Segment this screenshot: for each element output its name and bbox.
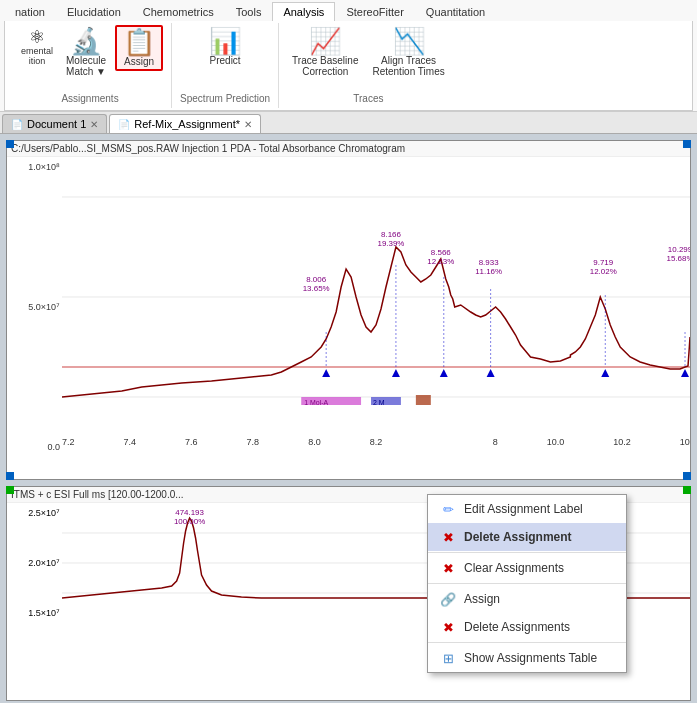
molecule-match-icon: 🔬 xyxy=(70,28,102,54)
molecule-match-btn[interactable]: 🔬 MoleculeMatch ▼ xyxy=(61,25,111,80)
ribbon-group-spectrum: 📊 Predict Spectrum Prediction xyxy=(172,23,279,108)
x-axis-1: 7.2 7.4 7.6 7.8 8.0 8.2 8.4 8 10.0 10.2 … xyxy=(62,437,690,457)
ribbon-tab-elucidation[interactable]: Elucidation xyxy=(56,2,132,21)
svg-text:11.16%: 11.16% xyxy=(475,267,502,276)
y-axis-2: 2.5×10⁷ 2.0×10⁷ 1.5×10⁷ xyxy=(7,503,62,623)
doc-tab-1-close[interactable]: ✕ xyxy=(90,119,98,130)
svg-text:474.193: 474.193 xyxy=(175,508,204,517)
svg-text:19.39%: 19.39% xyxy=(377,239,404,248)
predict-icon: 📊 xyxy=(209,28,241,54)
ribbon: nation Elucidation Chemometrics Tools An… xyxy=(0,0,697,112)
chrom-svg-1: 8.006 13.65% 8.166 19.39% 8.566 12.23% xyxy=(62,157,690,437)
svg-text:12.02%: 12.02% xyxy=(590,267,617,276)
corner-bl-1 xyxy=(6,472,14,480)
svg-text:8.166: 8.166 xyxy=(381,230,401,239)
separator-1 xyxy=(428,552,626,553)
y-label-top: 1.0×10⁸ xyxy=(28,162,60,172)
ribbon-group-molecule-match: ⚛ ementalition 🔬 MoleculeMatch ▼ 📋 Assig xyxy=(9,23,172,108)
clear-icon: ✖ xyxy=(440,560,456,576)
doc-tab-1[interactable]: 📄 Document 1 ✕ xyxy=(2,114,107,133)
delete-assignment-icon: ✖ xyxy=(440,529,456,545)
context-menu-assign[interactable]: 🔗 Assign xyxy=(428,585,626,613)
x-label-82: 8.2 xyxy=(370,437,383,447)
svg-text:12.23%: 12.23% xyxy=(427,257,454,266)
x-label-92: 10.2 xyxy=(613,437,631,447)
context-menu-delete-assignment[interactable]: ✖ Delete Assignment xyxy=(428,523,626,551)
doc-tab-1-icon: 📄 xyxy=(11,119,23,130)
x-label-88: 8 xyxy=(493,437,498,447)
assign-btn[interactable]: 📋 Assign xyxy=(115,25,163,71)
svg-text:100.00%: 100.00% xyxy=(174,517,205,526)
delete-assignments-text: Delete Assignments xyxy=(464,620,570,634)
elemental-icon: ⚛ xyxy=(29,28,45,46)
delete-assignments-icon: ✖ xyxy=(440,619,456,635)
svg-rect-33 xyxy=(416,395,431,405)
doc-tab-2-label: Ref-Mix_Assignment* xyxy=(134,118,240,130)
ribbon-tab-tools[interactable]: Tools xyxy=(225,2,273,21)
chrom-body-1: 1.0×10⁸ 5.0×10⁷ 0.0 xyxy=(7,157,690,457)
y-label-bot: 0.0 xyxy=(47,442,60,452)
svg-text:9.719: 9.719 xyxy=(593,258,613,267)
ribbon-tab-nation[interactable]: nation xyxy=(4,2,56,21)
doc-tab-2[interactable]: 📄 Ref-Mix_Assignment* ✕ xyxy=(109,114,261,133)
edit-icon: ✏ xyxy=(440,501,456,517)
context-menu-clear-assignments[interactable]: ✖ Clear Assignments xyxy=(428,554,626,582)
y2-bot: 1.5×10⁷ xyxy=(28,608,60,618)
assign-icon: 📋 xyxy=(123,29,155,55)
ribbon-content: ⚛ ementalition 🔬 MoleculeMatch ▼ 📋 Assig xyxy=(4,21,693,111)
ribbon-tab-quantitation[interactable]: Quantitation xyxy=(415,2,496,21)
x-label-80: 8.0 xyxy=(308,437,321,447)
svg-text:8.933: 8.933 xyxy=(479,258,499,267)
ribbon-group-traces: 📈 Trace BaselineCorrection 📉 Align Trace… xyxy=(279,23,458,108)
y2-mid: 2.0×10⁷ xyxy=(28,558,60,568)
svg-text:13.65%: 13.65% xyxy=(303,284,330,293)
ribbon-tab-stereofitter[interactable]: StereoFitter xyxy=(335,2,414,21)
context-menu-show-table[interactable]: ⊞ Show Assignments Table xyxy=(428,644,626,672)
align-traces-btn[interactable]: 📉 Align TracesRetention Times xyxy=(367,25,449,80)
assign-menu-icon: 🔗 xyxy=(440,591,456,607)
ribbon-group-items-traces: 📈 Trace BaselineCorrection 📉 Align Trace… xyxy=(287,25,450,91)
separator-3 xyxy=(428,642,626,643)
ribbon-tab-analysis[interactable]: Analysis xyxy=(272,2,335,21)
show-table-icon: ⊞ xyxy=(440,650,456,666)
doc-tab-2-close[interactable]: ✕ xyxy=(244,119,252,130)
corner-tr-2 xyxy=(683,486,691,494)
predict-btn[interactable]: 📊 Predict xyxy=(200,25,250,69)
delete-assignment-text: Delete Assignment xyxy=(464,530,572,544)
trace-baseline-btn[interactable]: 📈 Trace BaselineCorrection xyxy=(287,25,363,80)
predict-label: Predict xyxy=(210,55,241,66)
ribbon-tabs: nation Elucidation Chemometrics Tools An… xyxy=(4,2,693,21)
context-menu-delete-assignments[interactable]: ✖ Delete Assignments xyxy=(428,613,626,641)
y2-top: 2.5×10⁷ xyxy=(28,508,60,518)
x-label-74: 7.4 xyxy=(124,437,137,447)
ribbon-group-items-mm: ⚛ ementalition 🔬 MoleculeMatch ▼ 📋 Assig xyxy=(17,25,163,91)
svg-text:2 M: 2 M xyxy=(373,399,385,406)
x-label-90: 10.0 xyxy=(547,437,565,447)
svg-text:1 Mol-A: 1 Mol-A xyxy=(304,399,328,406)
x-label-76: 7.6 xyxy=(185,437,198,447)
chrom-panel-1: C:/Users/Pablo...SI_MSMS_pos.RAW Injecti… xyxy=(6,140,691,480)
elemental-label: ementalition xyxy=(21,46,53,66)
traces-label: Traces xyxy=(353,93,383,106)
main-area: C:/Users/Pablo...SI_MSMS_pos.RAW Injecti… xyxy=(0,134,697,703)
x-label-78: 7.8 xyxy=(247,437,260,447)
doc-tab-1-label: Document 1 xyxy=(27,118,86,130)
edit-label-text: Edit Assignment Label xyxy=(464,502,583,516)
show-table-text: Show Assignments Table xyxy=(464,651,597,665)
assign-menu-text: Assign xyxy=(464,592,500,606)
align-traces-icon: 📉 xyxy=(393,28,425,54)
context-menu: ✏ Edit Assignment Label ✖ Delete Assignm… xyxy=(427,494,627,673)
chrom-header-1: C:/Users/Pablo...SI_MSMS_pos.RAW Injecti… xyxy=(7,141,690,157)
assign-label: Assign xyxy=(124,56,154,67)
y-label-mid: 5.0×10⁷ xyxy=(28,302,60,312)
svg-text:10.299: 10.299 xyxy=(668,245,690,254)
small-btn-group: ⚛ ementalition xyxy=(17,25,57,69)
y-axis-1: 1.0×10⁸ 5.0×10⁷ 0.0 xyxy=(7,157,62,457)
context-menu-edit-label[interactable]: ✏ Edit Assignment Label xyxy=(428,495,626,523)
ribbon-tab-chemometrics[interactable]: Chemometrics xyxy=(132,2,225,21)
assignments-group-label: Assignments xyxy=(61,93,118,106)
corner-tl-2 xyxy=(6,486,14,494)
elemental-btn[interactable]: ⚛ ementalition xyxy=(17,25,57,69)
molecule-match-label: MoleculeMatch ▼ xyxy=(66,55,106,77)
svg-text:8.566: 8.566 xyxy=(431,248,451,257)
